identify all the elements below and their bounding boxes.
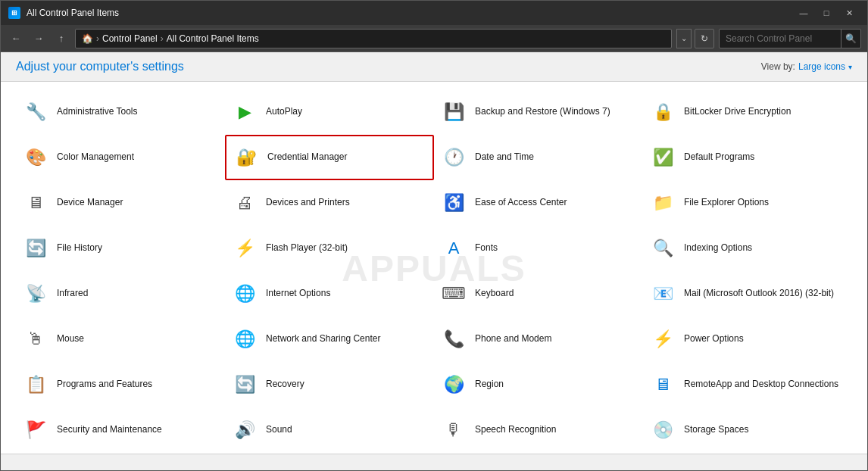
mail-label: Mail (Microsoft Outlook 2016) (32-bit) xyxy=(684,288,834,300)
panel-item-infrared[interactable]: 📡Infrared xyxy=(16,271,225,317)
panel-item-ease-of-access[interactable]: ♿Ease of Access Center xyxy=(434,180,643,226)
panel-item-bitlocker[interactable]: 🔒BitLocker Drive Encryption xyxy=(643,89,852,135)
search-input[interactable] xyxy=(720,33,841,44)
search-box[interactable]: 🔍 xyxy=(719,29,861,48)
network-sharing-label: Network and Sharing Center xyxy=(266,333,380,345)
panel-item-programs-features[interactable]: 📋Programs and Features xyxy=(16,362,225,407)
items-container: APPUALS 🔧Administrative Tools▶AutoPlay💾B… xyxy=(1,82,867,454)
panel-item-default-programs[interactable]: ✅Default Programs xyxy=(643,135,852,180)
panel-item-taskbar-navigation[interactable]: 📌Taskbar and Navigation xyxy=(434,453,643,454)
status-bar xyxy=(1,454,867,470)
recovery-label: Recovery xyxy=(266,379,304,391)
file-explorer-options-label: File Explorer Options xyxy=(684,197,769,209)
mail-icon: 📧 xyxy=(649,280,676,307)
programs-features-icon: 📋 xyxy=(22,371,49,398)
keyboard-label: Keyboard xyxy=(475,288,514,300)
up-button[interactable]: ↑ xyxy=(52,30,70,48)
panel-item-indexing-options[interactable]: 🔍Indexing Options xyxy=(643,226,852,271)
file-history-icon: 🔄 xyxy=(22,235,49,262)
internet-options-icon: 🌐 xyxy=(231,280,258,307)
close-button[interactable]: ✕ xyxy=(838,5,860,20)
panel-item-network-sharing[interactable]: 🌐Network and Sharing Center xyxy=(225,317,434,362)
panel-item-recovery[interactable]: 🔄Recovery xyxy=(225,362,434,407)
panel-item-device-manager[interactable]: 🖥Device Manager xyxy=(16,180,225,226)
region-icon: 🌍 xyxy=(440,371,467,398)
refresh-button[interactable]: ↻ xyxy=(695,29,714,48)
panel-item-storage-spaces[interactable]: 💿Storage Spaces xyxy=(643,407,852,453)
panel-item-phone-modem[interactable]: 📞Phone and Modem xyxy=(434,317,643,362)
panel-item-fonts[interactable]: AFonts xyxy=(434,226,643,271)
panel-item-devices-printers[interactable]: 🖨Devices and Printers xyxy=(225,180,434,226)
title-controls: — □ ✕ xyxy=(793,5,860,20)
panel-item-sound[interactable]: 🔊Sound xyxy=(225,407,434,453)
bitlocker-label: BitLocker Drive Encryption xyxy=(684,106,791,118)
default-programs-icon: ✅ xyxy=(649,144,676,171)
panel-item-security-maintenance[interactable]: 🚩Security and Maintenance xyxy=(16,407,225,453)
minimize-button[interactable]: — xyxy=(793,5,814,20)
panel-item-mouse[interactable]: 🖱Mouse xyxy=(16,317,225,362)
panel-item-administrative-tools[interactable]: 🔧Administrative Tools xyxy=(16,89,225,135)
panel-item-region[interactable]: 🌍Region xyxy=(434,362,643,407)
panel-item-file-explorer-options[interactable]: 📁File Explorer Options xyxy=(643,180,852,226)
internet-options-label: Internet Options xyxy=(266,288,330,300)
search-button[interactable]: 🔍 xyxy=(841,29,860,48)
indexing-options-label: Indexing Options xyxy=(684,242,752,254)
panel-item-troubleshooting[interactable]: 🔧Troubleshooting xyxy=(643,453,852,454)
panel-item-remoteapp[interactable]: 🖥RemoteApp and Desktop Connections xyxy=(643,362,852,407)
panel-item-file-history[interactable]: 🔄File History xyxy=(16,226,225,271)
address-dropdown[interactable]: ⌄ xyxy=(676,29,692,48)
page-title: Adjust your computer's settings xyxy=(16,60,184,73)
device-manager-icon: 🖥 xyxy=(22,189,49,217)
programs-features-label: Programs and Features xyxy=(57,379,152,391)
panel-item-credential-manager[interactable]: 🔐Credential Manager xyxy=(225,135,434,180)
backup-restore-icon: 💾 xyxy=(440,98,467,126)
panel-item-speech-recognition[interactable]: 🎙Speech Recognition xyxy=(434,407,643,453)
path-control-panel[interactable]: Control Panel xyxy=(102,33,158,44)
panel-item-mail[interactable]: 📧Mail (Microsoft Outlook 2016) (32-bit) xyxy=(643,271,852,317)
panel-item-keyboard[interactable]: ⌨Keyboard xyxy=(434,271,643,317)
address-path[interactable]: 🏠 › Control Panel › All Control Panel It… xyxy=(75,29,672,48)
phone-modem-label: Phone and Modem xyxy=(475,333,551,345)
window-icon: ⊞ xyxy=(8,7,20,19)
panel-item-power-options[interactable]: ⚡Power Options xyxy=(643,317,852,362)
mouse-icon: 🖱 xyxy=(22,326,49,353)
infrared-icon: 📡 xyxy=(22,280,49,307)
panel-item-date-time[interactable]: 🕐Date and Time xyxy=(434,135,643,180)
mouse-label: Mouse xyxy=(57,333,84,345)
view-dropdown-arrow[interactable]: ▾ xyxy=(848,63,852,71)
remoteapp-label: RemoteApp and Desktop Connections xyxy=(684,379,838,391)
panel-item-backup-restore[interactable]: 💾Backup and Restore (Windows 7) xyxy=(434,89,643,135)
phone-modem-icon: 📞 xyxy=(440,326,467,353)
security-maintenance-icon: 🚩 xyxy=(22,416,49,444)
speech-recognition-icon: 🎙 xyxy=(440,416,467,444)
maximize-button[interactable]: □ xyxy=(816,5,837,20)
speech-recognition-label: Speech Recognition xyxy=(475,424,556,436)
title-bar: ⊞ All Control Panel Items — □ ✕ xyxy=(1,1,867,25)
autoplay-label: AutoPlay xyxy=(266,106,302,118)
panel-item-autoplay[interactable]: ▶AutoPlay xyxy=(225,89,434,135)
panel-item-system[interactable]: 💻System xyxy=(225,453,434,454)
panel-item-flash-player[interactable]: ⚡Flash Player (32-bit) xyxy=(225,226,434,271)
administrative-tools-icon: 🔧 xyxy=(22,98,49,126)
sound-icon: 🔊 xyxy=(231,416,258,444)
date-time-label: Date and Time xyxy=(475,151,534,164)
view-value[interactable]: Large icons xyxy=(798,61,845,72)
address-right: ⌄ ↻ xyxy=(676,29,714,48)
panel-item-color-management[interactable]: 🎨Color Management xyxy=(16,135,225,180)
panel-item-internet-options[interactable]: 🌐Internet Options xyxy=(225,271,434,317)
header-bar: Adjust your computer's settings View by:… xyxy=(1,52,867,82)
administrative-tools-label: Administrative Tools xyxy=(57,106,138,118)
security-maintenance-label: Security and Maintenance xyxy=(57,424,162,436)
title-bar-left: ⊞ All Control Panel Items xyxy=(8,7,119,19)
path-all-items[interactable]: All Control Panel Items xyxy=(167,33,259,44)
panel-item-sync-center[interactable]: 🔄Sync Center xyxy=(16,453,225,454)
forward-button[interactable]: → xyxy=(30,30,48,48)
back-button[interactable]: ← xyxy=(7,30,25,48)
infrared-label: Infrared xyxy=(57,288,88,300)
home-icon: 🏠 xyxy=(82,33,93,44)
storage-spaces-icon: 💿 xyxy=(649,416,676,444)
address-bar: ← → ↑ 🏠 › Control Panel › All Control Pa… xyxy=(1,25,867,52)
view-options: View by: Large icons ▾ xyxy=(761,61,852,72)
window: ⊞ All Control Panel Items — □ ✕ ← → ↑ 🏠 … xyxy=(0,0,868,471)
credential-manager-icon: 🔐 xyxy=(233,144,260,171)
